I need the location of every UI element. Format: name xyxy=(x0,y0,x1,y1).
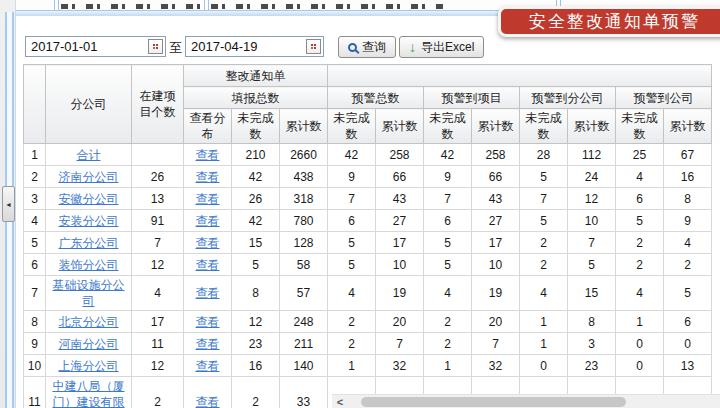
date-from-input[interactable] xyxy=(26,37,165,56)
value-cell: 5 xyxy=(232,254,280,276)
value-cell: 16 xyxy=(232,355,280,377)
value-cell: 2 xyxy=(520,232,568,254)
view-link[interactable]: 查看 xyxy=(196,337,220,351)
view-cell: 查看 xyxy=(184,254,232,276)
value-cell: 5 xyxy=(568,254,616,276)
value-cell: 3 xyxy=(568,333,616,355)
subheader-cumulative: 累计数 xyxy=(280,109,328,144)
horizontal-scrollbar[interactable]: < xyxy=(332,394,720,408)
view-link[interactable]: 查看 xyxy=(196,359,220,373)
value-cell: 210 xyxy=(232,144,280,166)
value-cell: 58 xyxy=(280,254,328,276)
view-link[interactable]: 查看 xyxy=(196,214,220,228)
company-link[interactable]: 北京分公司 xyxy=(59,315,119,329)
company-cell: 基础设施分公司 xyxy=(46,276,132,311)
value-cell: 2 xyxy=(424,311,472,333)
value-cell: 66 xyxy=(472,166,520,188)
value-cell: 10 xyxy=(376,254,424,276)
company-link[interactable]: 安徽分公司 xyxy=(59,192,119,206)
subheader-unfinished: 未完成数 xyxy=(328,109,376,144)
table-row: 9河南分公司11查看2321127271300 xyxy=(24,333,712,355)
value-cell: 66 xyxy=(376,166,424,188)
table-row: 6装饰分公司12查看5585105102522 xyxy=(24,254,712,276)
value-cell: 42 xyxy=(424,144,472,166)
view-link[interactable]: 查看 xyxy=(196,170,220,184)
value-cell: 318 xyxy=(280,188,328,210)
row-number: 10 xyxy=(24,355,46,377)
subheader-unfinished: 未完成数 xyxy=(520,109,568,144)
view-link[interactable]: 查看 xyxy=(196,315,220,329)
value-cell: 9 xyxy=(664,210,712,232)
view-link[interactable]: 查看 xyxy=(196,148,220,162)
view-link[interactable]: 查看 xyxy=(196,395,220,408)
alert-badge: 安全整改通知单预警 xyxy=(498,6,720,37)
collapse-left-icon: ◄ xyxy=(5,201,12,208)
value-cell: 43 xyxy=(376,188,424,210)
value-cell: 4 xyxy=(424,276,472,311)
value-cell: 17 xyxy=(376,232,424,254)
value-cell: 8 xyxy=(568,311,616,333)
view-link[interactable]: 查看 xyxy=(196,236,220,250)
table-row: 2济南分公司26查看42438966966524416 xyxy=(24,166,712,188)
value-cell: 6 xyxy=(664,311,712,333)
date-to-field xyxy=(185,36,324,57)
table-row: 1合计查看21026604225842258281122567 xyxy=(24,144,712,166)
calendar-icon[interactable] xyxy=(306,39,321,54)
company-link[interactable]: 安装分公司 xyxy=(59,214,119,228)
company-link[interactable]: 合计 xyxy=(77,148,101,162)
value-cell: 6 xyxy=(424,210,472,232)
value-cell: 4 xyxy=(664,232,712,254)
scrollbar-thumb[interactable] xyxy=(361,397,626,407)
company-link[interactable]: 上海分公司 xyxy=(59,359,119,373)
row-number: 9 xyxy=(24,333,46,355)
view-link[interactable]: 查看 xyxy=(196,192,220,206)
table-row: 5广东分公司7查看151285175172724 xyxy=(24,232,712,254)
notice-group-header: 整改通知单 xyxy=(184,65,328,87)
table-row: 7基础设施分公司4查看85741941941545 xyxy=(24,276,712,311)
projects-cell xyxy=(132,144,184,166)
value-cell: 5 xyxy=(520,166,568,188)
scroll-left-icon[interactable]: < xyxy=(332,396,348,408)
view-cell: 查看 xyxy=(184,276,232,311)
value-cell: 4 xyxy=(616,276,664,311)
value-cell: 7 xyxy=(520,188,568,210)
company-link[interactable]: 装饰分公司 xyxy=(59,258,119,272)
company-link[interactable]: 广东分公司 xyxy=(59,236,119,250)
date-to-input[interactable] xyxy=(186,37,323,56)
view-cell: 查看 xyxy=(184,311,232,333)
splitter-collapse-handle[interactable]: ◄ xyxy=(2,186,15,222)
projects-cell: 4 xyxy=(132,276,184,311)
query-button[interactable]: 查询 xyxy=(338,36,396,58)
company-link[interactable]: 基础设施分公司 xyxy=(53,278,125,308)
company-cell: 装饰分公司 xyxy=(46,254,132,276)
value-cell: 1 xyxy=(616,311,664,333)
toolbar: 至 查询 ↓ 导出Excel xyxy=(16,36,720,59)
projects-cell: 12 xyxy=(132,254,184,276)
company-header: 分公司 xyxy=(46,65,132,144)
value-cell: 2 xyxy=(328,333,376,355)
company-cell: 北京分公司 xyxy=(46,311,132,333)
view-link[interactable]: 查看 xyxy=(196,286,220,300)
download-arrow-icon: ↓ xyxy=(409,41,416,53)
projects-cell: 7 xyxy=(132,232,184,254)
company-link[interactable]: 河南分公司 xyxy=(59,337,119,351)
date-from-field xyxy=(25,36,166,57)
value-cell: 211 xyxy=(280,333,328,355)
group-header-warn-project: 预警到项目 xyxy=(424,87,520,109)
company-link[interactable]: 中建八局（厦门）建设有限公司 xyxy=(53,379,125,408)
company-link[interactable]: 济南分公司 xyxy=(59,170,119,184)
value-cell: 2 xyxy=(664,254,712,276)
value-cell: 5 xyxy=(520,210,568,232)
value-cell: 19 xyxy=(472,276,520,311)
export-excel-button[interactable]: ↓ 导出Excel xyxy=(399,36,484,58)
value-cell: 6 xyxy=(328,210,376,232)
row-number: 6 xyxy=(24,254,46,276)
row-number: 7 xyxy=(24,276,46,311)
subheader-unfinished: 未完成数 xyxy=(424,109,472,144)
subheader-view-dist: 查看分布 xyxy=(184,109,232,144)
view-link[interactable]: 查看 xyxy=(196,258,220,272)
value-cell: 26 xyxy=(232,188,280,210)
value-cell: 140 xyxy=(280,355,328,377)
empty-group-header xyxy=(328,65,712,87)
calendar-icon[interactable] xyxy=(148,39,163,54)
